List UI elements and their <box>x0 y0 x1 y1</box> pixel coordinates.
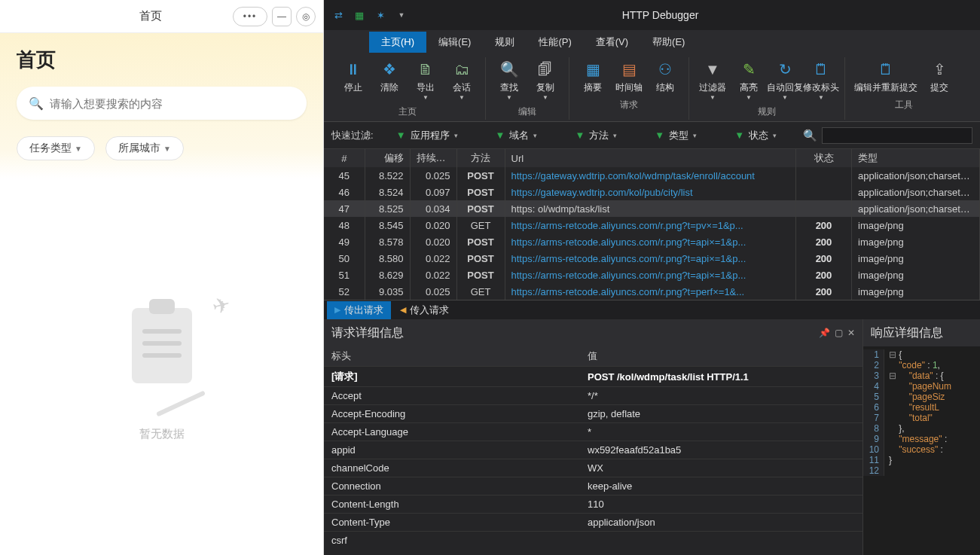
page-title: 首页 <box>17 47 307 73</box>
swap-icon[interactable]: ⇄ <box>331 8 345 22</box>
column-header[interactable]: Url <box>505 149 796 167</box>
chevron-down-icon: ▾ <box>454 132 458 139</box>
ribbon-icon: 🗒 <box>875 59 897 80</box>
quick-filter-item[interactable]: ▼类型▾ <box>655 129 697 142</box>
ribbon-tab[interactable]: 主页(H) <box>369 32 426 53</box>
col-header-value: 值 <box>580 346 862 367</box>
ribbon-button[interactable]: ▦摘要 <box>575 57 610 96</box>
chevron-down-icon: ▼ <box>782 94 788 101</box>
ribbon-tabs: 主页(H)编辑(E)规则性能(P)查看(V)帮助(E) <box>324 30 980 53</box>
column-header[interactable]: 偏移 <box>365 149 410 167</box>
ribbon-group: 🗒编辑并重新提交⇪提交工具 <box>845 57 963 120</box>
quick-filter-item[interactable]: ▼应用程序▾ <box>396 129 458 142</box>
ribbon-button[interactable]: 🗂会话▼ <box>444 57 479 102</box>
ribbon-icon: 🗐 <box>534 59 557 80</box>
ribbon-group-title: 工具 <box>895 97 913 113</box>
table-row[interactable]: 458.5220.025POSThttps://gateway.wdtrip.c… <box>324 167 980 184</box>
ribbon-button[interactable]: 🗐复制▼ <box>528 57 563 102</box>
filter-city[interactable]: 所属城市 ▼ <box>105 136 184 160</box>
ribbon-tab[interactable]: 查看(V) <box>584 32 640 53</box>
chevron-down-icon[interactable]: ▼ <box>395 8 408 22</box>
ribbon-button[interactable]: 🗎导出▼ <box>408 57 443 102</box>
header-row[interactable]: Accept*/* <box>324 387 862 405</box>
excel-icon[interactable]: ▦ <box>353 8 366 22</box>
hero: 首页 🔍 任务类型 ▼ 所属城市 ▼ <box>0 33 323 178</box>
header-row[interactable]: Content-Typeapplication/json <box>324 514 862 532</box>
filter-task-type[interactable]: 任务类型 ▼ <box>17 136 95 160</box>
minimize-button[interactable]: — <box>272 7 292 26</box>
tab-outgoing-request[interactable]: ▶ 传出请求 <box>327 301 391 319</box>
search-icon[interactable]: 🔍 <box>803 129 817 142</box>
chevron-down-icon: ▾ <box>613 132 617 139</box>
request-detail-panel: 请求详细信息 📌 ▢ ✕ 标头 值 [请求]POST /kol/wdmp/tas… <box>324 319 863 555</box>
ribbon-label: 清除 <box>380 81 398 94</box>
ribbon-tab[interactable]: 规则 <box>483 32 527 53</box>
search-box[interactable]: 🔍 <box>17 87 307 120</box>
brush-icon[interactable]: ✶ <box>374 8 387 22</box>
ribbon-label: 摘要 <box>584 81 602 94</box>
ribbon-button[interactable]: ❖清除 <box>372 57 407 102</box>
json-line: 1⊟ { <box>863 349 980 360</box>
column-header[interactable]: 类型 <box>852 149 980 167</box>
header-row[interactable]: appidwx592feaafd52a1ba5 <box>324 441 862 459</box>
column-header[interactable]: # <box>324 149 365 167</box>
ribbon-label: 时间轴 <box>615 81 643 94</box>
chevron-down-icon: ▼ <box>423 94 429 101</box>
ribbon-button[interactable]: ✎高亮▼ <box>731 57 766 102</box>
ribbon-button[interactable]: ▼过滤器▼ <box>695 57 730 102</box>
header-row[interactable]: Accept-Language* <box>324 423 862 441</box>
table-row[interactable]: 529.0350.025GEThttps://arms-retcode.aliy… <box>324 283 980 300</box>
filter-label: 类型 <box>669 129 688 142</box>
quick-filter-item[interactable]: ▼状态▾ <box>734 129 777 142</box>
table-row[interactable]: 518.6290.022POSThttps://arms-retcode.ali… <box>324 267 980 283</box>
json-line: 10 "success" : <box>863 444 980 455</box>
maximize-icon[interactable]: ▢ <box>835 328 843 338</box>
header-row[interactable]: channelCodeWX <box>324 459 862 477</box>
ribbon-button[interactable]: ⚇结构 <box>648 57 682 96</box>
close-target-button[interactable]: ◎ <box>296 7 316 26</box>
ribbon-icon: ✎ <box>737 59 760 80</box>
close-icon[interactable]: ✕ <box>847 328 855 338</box>
table-row[interactable]: 468.5240.097POSThttps://gateway.wdtrip.c… <box>324 184 980 200</box>
panel-title: 响应详细信息 <box>871 325 943 341</box>
search-input[interactable] <box>50 97 295 110</box>
header-row[interactable]: Content-Length110 <box>324 496 862 514</box>
header-row[interactable]: csrf <box>324 532 862 550</box>
ribbon-group: ▼过滤器▼✎高亮▼↻自动回复▼🗒修改标头▼规则 <box>689 57 845 120</box>
quick-filter-bar: 快速过滤: ▼应用程序▾▼域名▾▼方法▾▼类型▾▼状态▾ 🔍 <box>324 122 980 149</box>
ribbon-button[interactable]: ⇪提交 <box>922 57 957 96</box>
request-grid: #偏移持续时间方法Url状态类型 458.5220.025POSThttps:/… <box>324 149 980 300</box>
ribbon-button[interactable]: ↻自动回复▼ <box>768 57 802 102</box>
table-row[interactable]: 478.5250.034POSThttps: ol/wdmp/task/list… <box>324 200 980 217</box>
column-header[interactable]: 持续时间 <box>410 149 456 167</box>
chevron-down-icon: ▾ <box>693 132 697 139</box>
header-row[interactable]: Accept-Encodinggzip, deflate <box>324 405 862 423</box>
ribbon-tab[interactable]: 编辑(E) <box>426 32 483 53</box>
quick-filter-item[interactable]: ▼域名▾ <box>496 129 538 142</box>
chevron-down-icon: ▾ <box>773 132 777 139</box>
grid-search-input[interactable] <box>822 127 972 144</box>
ribbon-label: 编辑并重新提交 <box>854 81 917 94</box>
ribbon-label: 提交 <box>930 81 948 94</box>
ribbon-button[interactable]: ▤时间轴 <box>612 57 646 96</box>
ribbon-button[interactable]: ⏸停止 <box>336 57 371 102</box>
pin-icon[interactable]: 📌 <box>819 328 830 338</box>
column-header[interactable]: 状态 <box>796 149 852 167</box>
quick-filter-item[interactable]: ▼方法▾ <box>575 129 617 142</box>
ribbon-tab[interactable]: 帮助(E) <box>640 32 697 53</box>
chevron-down-icon: ▼ <box>75 145 82 153</box>
arrow-left-icon: ◀ <box>400 305 406 315</box>
header-row[interactable]: Connectionkeep-alive <box>324 477 862 496</box>
tab-incoming-request[interactable]: ◀ 传入请求 <box>392 301 456 319</box>
ribbon-button[interactable]: 🗒修改标头▼ <box>804 57 838 102</box>
ribbon-tab[interactable]: 性能(P) <box>527 32 583 53</box>
column-header[interactable]: 方法 <box>456 149 505 167</box>
table-row[interactable]: 498.5780.020POSThttps://arms-retcode.ali… <box>324 233 980 250</box>
table-row[interactable]: 508.5800.022POSThttps://arms-retcode.ali… <box>324 250 980 267</box>
menu-button[interactable]: ••• <box>233 7 267 26</box>
filter-label: 任务类型 <box>29 142 72 155</box>
ribbon-button[interactable]: 🔍查找▼ <box>492 57 527 102</box>
json-viewer[interactable]: 1⊟ {2 "code" : 1,3⊟ "data" : {4 "pageNum… <box>863 346 980 555</box>
ribbon-button[interactable]: 🗒编辑并重新提交 <box>851 57 920 96</box>
table-row[interactable]: 488.5450.020GEThttps://arms-retcode.aliy… <box>324 217 980 233</box>
